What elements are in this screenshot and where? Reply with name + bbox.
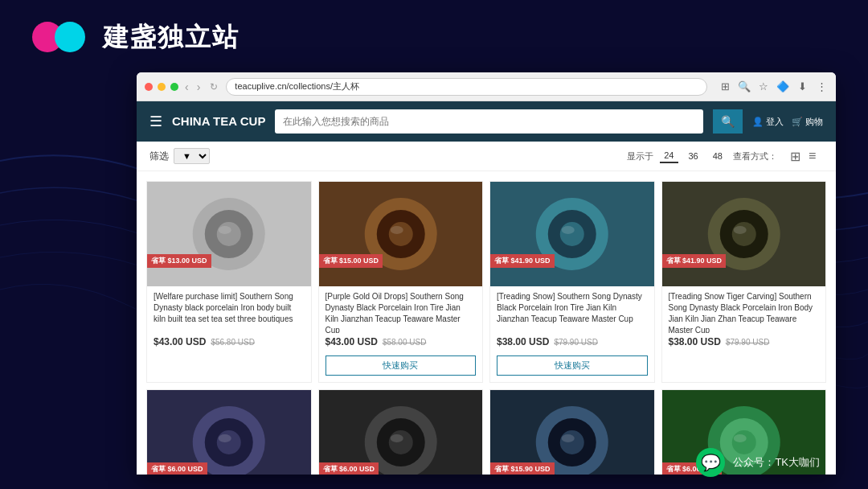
sale-badge: 省草 $6.00 USD <box>147 462 207 475</box>
product-card[interactable]: 省草 $15.90 USD [Black Peony] Southern Son… <box>489 389 655 475</box>
product-info: [Treading Snow Tiger Carving] Southern S… <box>662 286 826 352</box>
price-current: $38.00 USD <box>497 336 549 347</box>
search-button[interactable]: 🔍 <box>713 109 743 134</box>
hamburger-menu-icon[interactable]: ☰ <box>149 113 162 130</box>
svg-point-10 <box>390 226 403 234</box>
zoom-icon[interactable]: 🔍 <box>738 80 751 93</box>
product-image: 省草 $6.00 USD <box>319 390 483 475</box>
cart-label: 购物 <box>805 116 823 128</box>
url-bar[interactable]: teacuplive.cn/collections/主人杯 <box>226 78 707 96</box>
filter-dropdown[interactable]: ▼ <box>174 148 210 164</box>
product-description: [Treading Snow] Southern Song Dynasty Bl… <box>497 291 648 333</box>
extension-icon[interactable]: 🔷 <box>776 80 789 93</box>
login-label: 登入 <box>766 116 784 128</box>
per-page-48[interactable]: 48 <box>709 150 727 162</box>
back-arrow-icon[interactable]: ‹ <box>185 80 189 93</box>
quick-buy-button[interactable]: 快速购买 <box>326 355 477 376</box>
product-price: $43.00 USD $58.00 USD <box>326 336 477 347</box>
browser-close-btn[interactable] <box>145 83 153 91</box>
forward-arrow-icon[interactable]: › <box>197 80 201 93</box>
svg-point-30 <box>390 434 403 442</box>
price-current: $38.00 USD <box>669 336 721 347</box>
svg-point-24 <box>217 430 241 454</box>
shop-content: ☰ CHINA TEA CUP 🔍 👤 登入 🛒 购物 筛选 ▼ <box>137 101 836 475</box>
logo-circle-cyan <box>55 22 85 52</box>
svg-point-35 <box>562 434 575 442</box>
bookmark-icon[interactable]: ☆ <box>757 80 770 93</box>
menu-icon[interactable]: ⋮ <box>815 80 828 93</box>
show-label: 显示于 <box>627 150 653 162</box>
svg-point-40 <box>733 434 746 442</box>
shop-logo: CHINA TEA CUP <box>172 114 265 129</box>
svg-point-25 <box>219 434 231 442</box>
price-current: $43.00 USD <box>154 336 206 347</box>
sale-badge: 省草 $15.90 USD <box>490 462 555 475</box>
browser-toolbar-icons: ⊞ 🔍 ☆ 🔷 ⬇ ⋮ <box>719 80 828 93</box>
grid-view-icon[interactable]: ⊞ <box>790 149 805 163</box>
site-title: 建盏独立站 <box>103 20 240 55</box>
price-original: $79.90 USD <box>726 338 769 347</box>
product-description: [Treading Snow Tiger Carving] Southern S… <box>669 291 820 333</box>
browser-maximize-btn[interactable] <box>170 83 178 91</box>
wechat-icon: 💬 <box>696 448 725 477</box>
product-description: [Purple Gold Oil Drops] Southern Song Dy… <box>326 291 477 333</box>
logo-area: 建盏独立站 <box>32 18 240 58</box>
watermark: 💬 公众号：TK大咖们 <box>696 448 820 477</box>
per-page-36[interactable]: 36 <box>685 150 702 162</box>
product-grid: 省草 $13.00 USD [Welfare purchase limit] S… <box>137 171 836 475</box>
sale-badge: 省草 $15.00 USD <box>319 254 383 268</box>
product-image: 省草 $6.00 USD <box>147 390 311 475</box>
filter-left: 筛选 ▼ <box>149 148 210 164</box>
price-original: $79.90 USD <box>554 338 597 347</box>
logo-circles <box>32 18 88 58</box>
price-original: $58.00 USD <box>383 338 426 347</box>
product-image: 省草 $41.90 USD <box>662 182 826 286</box>
translate-icon[interactable]: ⊞ <box>719 80 731 93</box>
svg-point-34 <box>560 430 584 454</box>
product-info: [Treading Snow] Southern Song Dynasty Bl… <box>490 286 654 352</box>
quick-buy-button[interactable]: 快速购买 <box>497 355 648 376</box>
browser-minimize-btn[interactable] <box>158 83 166 91</box>
filter-right: 显示于 24 36 48 查看方式： ⊞ ≡ <box>627 149 823 163</box>
filter-bar: 筛选 ▼ 显示于 24 36 48 查看方式： ⊞ ≡ <box>137 142 836 171</box>
search-input[interactable] <box>275 109 703 134</box>
cart-link[interactable]: 🛒 购物 <box>792 116 823 128</box>
svg-point-15 <box>562 226 575 234</box>
sale-badge: 省草 $41.90 USD <box>490 254 555 268</box>
product-description: [Welfare purchase limit] Southern Song D… <box>154 291 305 333</box>
login-link[interactable]: 👤 登入 <box>752 116 784 128</box>
product-card[interactable]: 省草 $41.90 USD [Treading Snow] Southern S… <box>489 181 655 383</box>
sale-badge: 省草 $13.00 USD <box>147 254 211 268</box>
url-text: teacuplive.cn/collections/主人杯 <box>235 80 359 92</box>
product-card[interactable]: 省草 $13.00 USD [Welfare purchase limit] S… <box>146 181 312 383</box>
svg-point-20 <box>733 226 746 234</box>
svg-point-9 <box>388 222 412 246</box>
browser-bar: ‹ › ↻ teacuplive.cn/collections/主人杯 ⊞ 🔍 … <box>137 72 836 101</box>
product-card[interactable]: 省草 $6.00 USD [Dragon Scale Pattern] Sout… <box>318 389 484 475</box>
filter-label: 筛选 <box>149 150 169 163</box>
per-page-24[interactable]: 24 <box>660 149 678 163</box>
refresh-icon[interactable]: ↻ <box>210 81 218 92</box>
svg-point-29 <box>388 430 412 454</box>
product-card[interactable]: 省草 $6.00 USD 【Stargazing】Southern Song D… <box>146 389 312 475</box>
product-card[interactable]: 省草 $15.00 USD [Purple Gold Oil Drops] So… <box>318 181 484 383</box>
product-image: 省草 $15.90 USD <box>490 390 654 475</box>
product-info: [Purple Gold Oil Drops] Southern Song Dy… <box>319 286 483 352</box>
product-price: $38.00 USD $79.90 USD <box>669 336 820 347</box>
list-view-icon[interactable]: ≡ <box>809 149 823 163</box>
svg-point-19 <box>731 222 755 246</box>
svg-point-4 <box>217 222 241 246</box>
price-current: $43.00 USD <box>326 336 378 347</box>
browser-window: ‹ › ↻ teacuplive.cn/collections/主人杯 ⊞ 🔍 … <box>137 72 836 475</box>
product-image: 省草 $41.90 USD <box>490 182 654 286</box>
svg-point-5 <box>219 226 231 234</box>
svg-point-14 <box>560 222 584 246</box>
sale-badge: 省草 $41.90 USD <box>662 254 727 268</box>
product-image: 省草 $13.00 USD <box>147 182 311 286</box>
product-image: 省草 $15.00 USD <box>319 182 483 286</box>
wechat-symbol: 💬 <box>701 453 721 472</box>
download-icon[interactable]: ⬇ <box>796 80 809 93</box>
product-card[interactable]: 省草 $41.90 USD [Treading Snow Tiger Carvi… <box>661 181 827 383</box>
product-price: $43.00 USD $56.80 USD <box>154 336 305 347</box>
header-icons: 👤 登入 🛒 购物 <box>752 116 823 128</box>
